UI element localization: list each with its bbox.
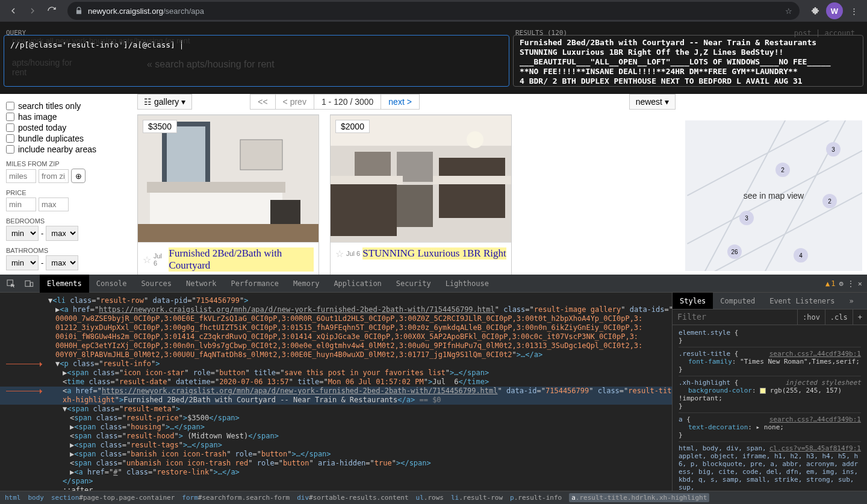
- breadcrumb-item[interactable]: body: [28, 494, 45, 502]
- listing-card[interactable]: $3500 ☆ Jul 6 Furnished 2Bed/2Bath with …: [137, 114, 319, 277]
- filter-checkbox-2[interactable]: [6, 123, 14, 132]
- cls-toggle[interactable]: .cls: [825, 310, 853, 325]
- main-area: ☷ gallery ▾ << < prev 1 - 120 / 3000 nex…: [132, 94, 680, 275]
- device-toolbar-icon[interactable]: [20, 275, 37, 293]
- breadcrumb-item[interactable]: li.result-row: [451, 494, 503, 502]
- styles-panel: StylesComputedEvent Listeners» :hov .cls…: [672, 293, 867, 491]
- hov-toggle[interactable]: :hov: [797, 310, 825, 325]
- svg-rect-2: [167, 126, 205, 183]
- bed-max-select[interactable]: max: [46, 226, 78, 241]
- devtools-close-icon[interactable]: ✕: [858, 279, 862, 288]
- star-icon[interactable]: ☆: [143, 254, 151, 266]
- listing-date: Jul 6: [154, 252, 166, 267]
- more-tabs-icon[interactable]: »: [842, 293, 861, 309]
- breadcrumb-item[interactable]: ul.rows: [416, 494, 444, 502]
- profile-avatar[interactable]: W: [826, 2, 843, 19]
- add-style-button[interactable]: +: [853, 310, 867, 325]
- styles-filter-input[interactable]: [673, 310, 797, 324]
- extensions-icon[interactable]: [807, 2, 824, 19]
- svg-rect-14: [331, 182, 397, 236]
- filter-checkbox-0[interactable]: [6, 102, 14, 110]
- miles-input[interactable]: [6, 169, 36, 183]
- filter-label: has image: [18, 112, 57, 122]
- filter-checkbox-1[interactable]: [6, 113, 14, 121]
- breadcrumb-item[interactable]: form#searchform.search-form: [182, 494, 290, 502]
- svg-rect-5: [147, 182, 285, 193]
- results-list: Furnished 2Bed/2Bath with Courtyard -- N…: [513, 35, 863, 87]
- price-badge: $3500: [143, 120, 177, 133]
- breadcrumb-item[interactable]: p.result-info: [510, 494, 562, 502]
- bath-max-select[interactable]: max: [46, 255, 78, 270]
- gallery-view-button[interactable]: ☷ gallery ▾: [137, 94, 192, 110]
- svg-rect-4: [150, 188, 282, 230]
- listing-card[interactable]: $2000 ☆ Jul 6 STUNNING Luxurious 1BR Rig…: [330, 114, 512, 277]
- svg-rect-12: [355, 152, 391, 176]
- devtools-tab-memory[interactable]: Memory: [286, 275, 326, 293]
- map-preview[interactable]: see in map view 3 2 3 26 4 2: [685, 120, 862, 271]
- devtools-tab-network[interactable]: Network: [179, 275, 224, 293]
- breadcrumb-item[interactable]: div#sortable-results.content: [297, 494, 408, 502]
- devtools-panel: ElementsConsoleSourcesNetworkPerformance…: [0, 275, 867, 504]
- svg-point-17: [467, 131, 483, 148]
- devtools-tab-application[interactable]: Application: [326, 275, 388, 293]
- locate-icon[interactable]: ⊕: [71, 169, 85, 183]
- listing-image[interactable]: $3500: [138, 115, 319, 243]
- devtools-tab-console[interactable]: Console: [89, 275, 134, 293]
- filters-sidebar: search titles onlyhas imageposted todayb…: [0, 94, 132, 275]
- devtools-settings-icon[interactable]: ⚙: [839, 279, 844, 288]
- breadcrumb-item[interactable]: section#page-top.page-container: [51, 494, 175, 502]
- listing-date: Jul 6: [346, 250, 360, 257]
- url-bar[interactable]: newyork.craigslist.org/search/apa ☆: [67, 2, 800, 20]
- warning-badge[interactable]: ▲ 1: [825, 279, 835, 288]
- back-button[interactable]: [5, 2, 22, 19]
- breadcrumb[interactable]: htmlbodysection#page-top.page-containerf…: [0, 491, 867, 504]
- devtools-tab-lighthouse[interactable]: Lighthouse: [438, 275, 496, 293]
- svg-rect-19: [25, 281, 30, 286]
- next-page-button[interactable]: next >: [381, 95, 419, 109]
- styles-tab[interactable]: Styles: [673, 293, 713, 309]
- svg-rect-16: [331, 176, 403, 184]
- elements-tree[interactable]: ▼<li class="result-row" data-pid="715445…: [0, 293, 672, 491]
- price-min-input[interactable]: [6, 198, 36, 211]
- filter-label: bundle duplicates: [18, 134, 84, 143]
- bed-min-select[interactable]: min: [6, 226, 39, 241]
- bedrooms-label: BEDROOMS: [6, 217, 126, 225]
- svg-rect-3: [240, 140, 282, 170]
- prev-page-button[interactable]: < prev: [276, 95, 314, 109]
- styles-tab[interactable]: Computed: [713, 293, 762, 309]
- forward-button[interactable]: [24, 2, 41, 19]
- listing-image[interactable]: $2000: [331, 115, 511, 243]
- sort-select[interactable]: newest ▾: [629, 94, 676, 110]
- listing-title-link[interactable]: STUNNING Luxurious 1BR Right: [362, 247, 506, 260]
- url-path: /search/apa: [163, 7, 204, 16]
- devtools-tab-sources[interactable]: Sources: [134, 275, 179, 293]
- styles-tab[interactable]: Event Listeners: [762, 293, 842, 309]
- lock-icon: [75, 7, 83, 15]
- svg-rect-7: [138, 224, 319, 242]
- first-page-button[interactable]: <<: [250, 95, 275, 109]
- miles-from-zip-label: MILES FROM ZIP: [6, 160, 126, 167]
- breadcrumb-item[interactable]: a.result-title.hdrlnk.xh-highlight: [569, 493, 709, 502]
- reload-button[interactable]: [43, 2, 60, 19]
- breadcrumb-item[interactable]: html: [5, 494, 21, 502]
- star-icon[interactable]: ☆: [785, 7, 792, 16]
- results-label: RESULTS (120): [515, 29, 567, 37]
- bath-min-select[interactable]: min: [6, 255, 39, 270]
- star-icon[interactable]: ☆: [335, 248, 344, 260]
- devtools-tab-elements[interactable]: Elements: [40, 275, 89, 293]
- filter-label: posted today: [18, 123, 66, 132]
- listing-title-link[interactable]: Furnished 2Bed/2Bath with Courtyard: [169, 247, 314, 272]
- filter-checkbox-3[interactable]: [6, 134, 14, 143]
- zip-input[interactable]: [39, 169, 69, 183]
- menu-icon[interactable]: ⋮: [845, 2, 862, 19]
- filter-checkbox-4[interactable]: [6, 145, 14, 154]
- inspect-tool-icon[interactable]: [2, 275, 19, 293]
- devtools-menu-icon[interactable]: ⋮: [847, 279, 854, 288]
- devtools-tab-security[interactable]: Security: [389, 275, 438, 293]
- filter-label: include nearby areas: [18, 145, 96, 154]
- devtools-tab-performance[interactable]: Performance: [224, 275, 286, 293]
- price-badge: $2000: [335, 120, 370, 133]
- price-label: PRICE: [6, 189, 126, 196]
- price-max-input[interactable]: [39, 198, 69, 211]
- svg-rect-11: [397, 185, 433, 227]
